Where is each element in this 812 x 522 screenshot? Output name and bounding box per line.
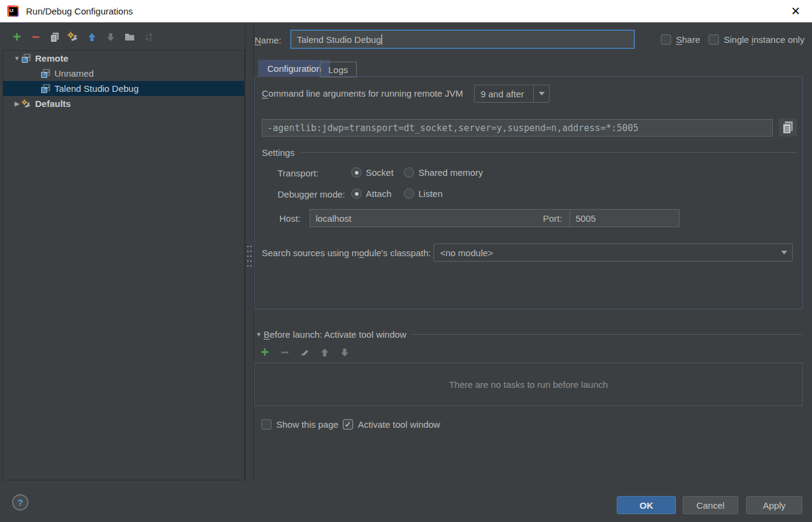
help-icon: ?	[18, 497, 23, 507]
arrow-down-icon	[340, 348, 349, 357]
add-task-button[interactable]: +	[258, 345, 272, 359]
transport-label: Transport:	[278, 168, 319, 178]
arrow-up-icon	[88, 33, 96, 42]
remote-config-icon	[41, 69, 51, 79]
host-label: Host:	[279, 213, 300, 224]
remote-config-icon	[41, 84, 51, 94]
arrow-down-icon	[106, 33, 115, 42]
before-launch-header: ▼ Before launch: Activate tool window	[254, 329, 803, 340]
tree-item-talend-studio-debug[interactable]: Talend Studio Debug	[3, 81, 244, 96]
radio-listen[interactable]: Listen	[404, 188, 443, 199]
move-task-up-button[interactable]	[317, 345, 332, 359]
tree-item-remote[interactable]: ▼ Remote	[3, 51, 244, 66]
ok-button[interactable]: OK	[617, 496, 676, 514]
name-value: Talend Studio Debug	[297, 34, 381, 45]
radio-button-icon[interactable]	[351, 167, 362, 178]
tree-item-label: Remote	[35, 53, 68, 63]
debugger-mode-label: Debugger mode:	[278, 189, 345, 199]
copy-configuration-button[interactable]	[47, 30, 62, 44]
copy-args-button[interactable]	[779, 118, 797, 137]
radio-label: Listen	[418, 188, 443, 199]
radio-button-icon[interactable]	[351, 188, 362, 199]
jvm-args-value: -agentlib:jdwp=transport=dt_socket,serve…	[267, 123, 638, 134]
remove-configuration-button[interactable]: −	[28, 30, 43, 44]
settings-separator	[300, 152, 797, 153]
expander-icon[interactable]: ▼	[13, 55, 21, 62]
configurations-tree: ▼ Remote Unnamed Talend S	[2, 50, 245, 480]
intellij-logo-icon: IJ	[7, 5, 19, 17]
add-configuration-button[interactable]: +	[10, 30, 24, 44]
chevron-down-icon	[781, 251, 787, 254]
before-launch-title: Before launch: Activate tool window	[264, 329, 406, 340]
tab-logs[interactable]: Logs	[320, 62, 357, 77]
single-instance-label: Single instance only	[724, 34, 804, 45]
show-this-page-label: Show this page	[276, 419, 339, 430]
empty-tasks-text: There are no tasks to run before launch	[449, 379, 608, 390]
panel-divider	[245, 22, 245, 480]
defaults-settings-icon	[21, 99, 32, 109]
chevron-down-icon	[539, 92, 545, 95]
close-icon[interactable]: ✕	[788, 4, 804, 19]
move-down-button[interactable]	[103, 30, 118, 44]
create-folder-button[interactable]	[122, 30, 137, 44]
radio-socket[interactable]: Socket	[351, 167, 394, 178]
radio-attach[interactable]: Attach	[351, 188, 392, 199]
activate-tool-window-checkbox[interactable]: ✓	[343, 419, 353, 430]
before-launch-separator	[412, 334, 803, 335]
before-launch-toolbar: + −	[258, 345, 352, 359]
help-button[interactable]: ?	[12, 494, 28, 511]
single-instance-checkbox[interactable]: ✓	[709, 34, 719, 45]
tree-item-label: Unnamed	[54, 68, 94, 79]
edit-task-button[interactable]	[297, 345, 312, 359]
remove-task-button[interactable]: −	[278, 345, 292, 359]
radio-button-icon[interactable]	[404, 167, 414, 178]
expander-icon[interactable]: ▶	[13, 100, 21, 107]
arrow-up-icon	[320, 348, 329, 357]
sort-configurations-button[interactable]: ↓ a z	[141, 30, 155, 44]
port-value: 5005	[576, 213, 596, 224]
copy-icon	[781, 120, 794, 135]
classpath-label: Search sources using module's classpath:	[262, 248, 431, 258]
jvm-version-combo[interactable]: 9 and after	[474, 85, 550, 103]
radio-label: Shared memory	[418, 167, 483, 178]
radio-button-icon[interactable]	[404, 188, 414, 199]
host-value: localhost	[316, 213, 351, 224]
edit-defaults-button[interactable]	[66, 30, 80, 44]
combo-arrow-button[interactable]	[533, 85, 549, 102]
activate-tool-window-label: Activate tool window	[358, 419, 440, 430]
add-icon: +	[261, 346, 268, 358]
classpath-combo[interactable]: <no module>	[434, 243, 793, 262]
jvm-version-value: 9 and after	[475, 85, 533, 102]
wrench-gear-icon	[67, 31, 79, 42]
radio-shared-memory[interactable]: Shared memory	[404, 167, 483, 178]
add-icon: +	[13, 31, 21, 43]
remote-config-icon	[21, 54, 32, 63]
host-input[interactable]: localhost	[310, 209, 609, 227]
cancel-button[interactable]: Cancel	[683, 496, 738, 514]
splitter-grip[interactable]	[246, 244, 253, 271]
move-up-button[interactable]	[85, 30, 99, 44]
jvm-args-field[interactable]: -agentlib:jdwp=transport=dt_socket,serve…	[262, 119, 773, 137]
single-instance-checkbox-row: ✓ Single instance only	[709, 34, 804, 45]
port-label: Port:	[543, 213, 562, 224]
share-checkbox-row: ✓ Share	[661, 34, 700, 45]
text-caret	[382, 34, 382, 45]
classpath-value: <no module>	[434, 244, 776, 261]
apply-button[interactable]: Apply	[746, 496, 802, 514]
share-checkbox[interactable]: ✓	[661, 34, 671, 45]
folder-icon	[125, 33, 135, 41]
expander-icon[interactable]: ▼	[254, 331, 264, 338]
show-this-page-checkbox[interactable]: ✓	[261, 419, 271, 430]
port-input[interactable]: 5005	[570, 209, 680, 227]
before-launch-task-list: There are no tasks to run before launch	[254, 362, 803, 406]
tree-item-unnamed[interactable]: Unnamed	[3, 66, 244, 81]
remove-icon: −	[281, 346, 288, 358]
combo-arrow-button[interactable]	[776, 244, 792, 261]
share-label: Share	[676, 34, 700, 45]
checkmark-icon: ✓	[345, 420, 351, 429]
window-title: Run/Debug Configurations	[26, 6, 133, 16]
jvm-args-label: Command line arguments for running remot…	[262, 88, 463, 98]
move-task-down-button[interactable]	[337, 345, 352, 359]
tree-item-defaults[interactable]: ▶ Defaults	[3, 96, 244, 111]
name-input[interactable]: Talend Studio Debug	[290, 30, 635, 49]
